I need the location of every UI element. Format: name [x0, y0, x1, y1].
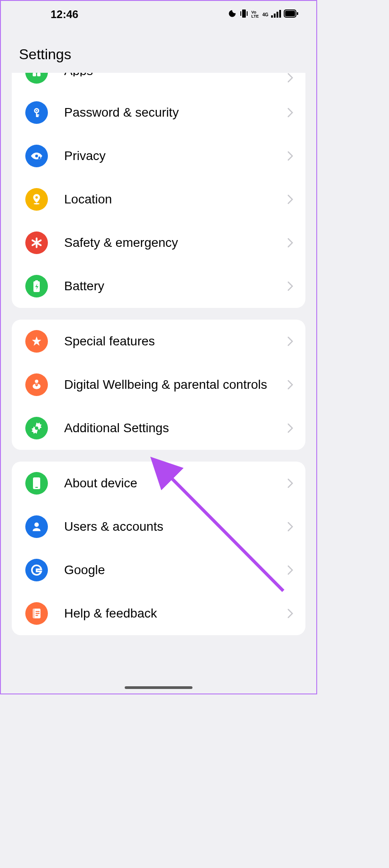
settings-group: Special features Digital Wellbeing & par…: [12, 320, 305, 450]
svg-point-25: [35, 426, 38, 430]
svg-point-20: [35, 196, 37, 198]
settings-item-users-accounts[interactable]: Users & accounts: [12, 505, 305, 548]
settings-item-label: Users & accounts: [64, 519, 287, 535]
settings-item-label: Help & feedback: [64, 605, 287, 622]
chevron-right-icon: [287, 108, 294, 118]
user-icon: [25, 515, 48, 538]
svg-rect-13: [37, 73, 41, 76]
settings-item-label: Additional Settings: [64, 420, 287, 436]
location-icon: [25, 188, 48, 211]
book-icon: [25, 602, 48, 625]
settings-item-apps[interactable]: Apps: [12, 73, 305, 91]
svg-point-16: [35, 155, 38, 157]
svg-point-28: [34, 523, 39, 527]
svg-point-24: [35, 380, 38, 383]
gear-icon: [25, 417, 48, 439]
settings-item-about-device[interactable]: About device: [12, 462, 305, 505]
chevron-right-icon: [287, 565, 294, 575]
settings-item-safety-emergency[interactable]: Safety & emergency: [12, 221, 305, 264]
chevron-right-icon: [287, 194, 294, 204]
google-icon: [25, 559, 48, 581]
key-icon: [25, 101, 48, 124]
svg-rect-3: [271, 15, 273, 18]
status-icons: VoLTE 4G: [228, 9, 298, 20]
settings-item-digital-wellbeing[interactable]: Digital Wellbeing & parental controls: [12, 363, 305, 406]
chevron-right-icon: [287, 73, 294, 83]
settings-item-help-feedback[interactable]: Help & feedback: [12, 592, 305, 635]
chevron-right-icon: [287, 609, 294, 618]
settings-item-privacy[interactable]: Privacy: [12, 134, 305, 178]
network-4g-icon: 4G: [262, 12, 268, 17]
svg-rect-2: [247, 11, 248, 16]
phone-icon: [25, 472, 48, 495]
chevron-right-icon: [287, 380, 294, 390]
page-title: Settings: [19, 46, 316, 63]
settings-item-label: Digital Wellbeing & parental controls: [64, 377, 287, 393]
svg-point-21: [34, 203, 40, 204]
settings-item-label: Apps: [64, 73, 287, 76]
settings-item-label: Safety & emergency: [64, 235, 287, 251]
chevron-right-icon: [287, 281, 294, 291]
battery-status-icon: [284, 9, 298, 19]
chevron-right-icon: [287, 151, 294, 161]
svg-rect-9: [297, 12, 298, 15]
signal-icon: [271, 9, 281, 19]
settings-item-label: Location: [64, 191, 287, 208]
svg-rect-19: [38, 157, 41, 159]
eye-icon: [25, 145, 48, 167]
chevron-right-icon: [287, 238, 294, 248]
svg-rect-6: [279, 10, 281, 18]
apps-icon: [25, 73, 48, 84]
settings-item-label: Google: [64, 562, 287, 578]
svg-rect-31: [36, 611, 40, 612]
svg-rect-0: [242, 9, 246, 18]
status-bar: 12:46 VoLTE 4G: [1, 1, 316, 28]
home-indicator[interactable]: [125, 686, 192, 689]
svg-rect-27: [35, 487, 38, 488]
settings-group: Apps Password & security Privacy: [12, 73, 305, 308]
settings-item-label: Special features: [64, 333, 287, 349]
chevron-right-icon: [287, 522, 294, 532]
dnd-moon-icon: [228, 9, 237, 20]
svg-rect-30: [33, 609, 34, 618]
svg-rect-8: [285, 11, 295, 16]
chevron-right-icon: [287, 423, 294, 433]
settings-item-label: Password & security: [64, 104, 287, 121]
svg-rect-12: [33, 73, 36, 76]
svg-point-15: [36, 110, 37, 111]
heart-icon: [25, 373, 48, 396]
vibrate-icon: [239, 9, 248, 20]
status-time: 12:46: [51, 8, 78, 21]
settings-item-google[interactable]: Google: [12, 548, 305, 592]
volte-icon: VoLTE: [251, 10, 258, 19]
settings-list: Apps Password & security Privacy: [1, 73, 316, 635]
settings-item-special-features[interactable]: Special features: [12, 320, 305, 363]
star-icon: [25, 330, 48, 353]
svg-rect-32: [36, 613, 40, 614]
svg-rect-4: [274, 14, 276, 18]
asterisk-icon: [25, 231, 48, 254]
chevron-right-icon: [287, 478, 294, 488]
settings-item-label: About device: [64, 475, 287, 491]
settings-group: About device Users & accounts Google: [12, 462, 305, 635]
svg-rect-33: [36, 615, 38, 616]
svg-rect-1: [240, 11, 241, 16]
settings-item-password-security[interactable]: Password & security: [12, 91, 305, 134]
settings-item-label: Privacy: [64, 148, 287, 164]
settings-item-battery[interactable]: Battery: [12, 264, 305, 308]
settings-item-location[interactable]: Location: [12, 178, 305, 221]
chevron-right-icon: [287, 336, 294, 346]
page-header: Settings: [1, 28, 316, 74]
svg-rect-5: [277, 12, 278, 18]
settings-item-label: Battery: [64, 278, 287, 294]
battery-icon: [25, 275, 48, 297]
settings-item-additional-settings[interactable]: Additional Settings: [12, 406, 305, 450]
